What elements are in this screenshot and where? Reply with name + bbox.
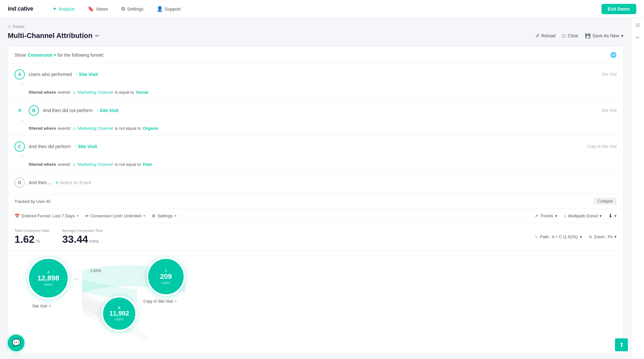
download-icon: ⬇ <box>608 213 612 219</box>
node-c: C 209 users <box>147 257 185 296</box>
step-a-row: A Users who performed ↑ Site Visit Site … <box>8 63 623 99</box>
step-c-circle: C <box>14 141 25 152</box>
avg-conversion-metric: Average Conversion Time 33.44 mins <box>62 228 103 245</box>
select-event-link[interactable]: + Select an Event <box>56 180 91 185</box>
total-conversion-metric: Total Conversion Rate 1.62 % <box>14 228 49 245</box>
header-actions: ↺ Reload ◻ Clear 💾 Save As New ▾ <box>535 33 623 38</box>
step-b-prop-icon: ◇ <box>73 126 76 131</box>
step-c-right-label: Copy of Site Visit <box>587 144 617 149</box>
entered-funnel-dropdown[interactable]: 📅 Entered Funnel: Last 7 Days ▾ <box>14 213 79 218</box>
step-b-event-link[interactable]: ↑ Site Visit <box>96 108 119 113</box>
settings-row: 📅 Entered Funnel: Last 7 Days ▾ ⇌ Conver… <box>8 209 623 223</box>
funnel-icon: ▽ <box>8 24 11 29</box>
content-area: ▽ Funnel Multi-Channel Attribution ✏ ↺ R… <box>0 18 631 359</box>
right-sidebar: ⊞ ✏ <box>631 18 644 359</box>
path-chevron-icon: ▾ <box>580 234 582 239</box>
node-b: B 11,992 users <box>101 296 137 331</box>
donut-icon: ○ <box>564 213 566 218</box>
metrics-row: Total Conversion Rate 1.62 % Average Con… <box>8 223 623 251</box>
node-c-value: 209 <box>160 272 172 281</box>
path-label: Path: <box>540 234 550 239</box>
node-a-arrow-icon: → <box>72 275 79 282</box>
node-c-sublabel: users <box>162 281 170 285</box>
funnel-settings-chevron: ▾ <box>175 214 177 218</box>
chart-area: A 12,898 users → 1.62% C 209 users B 11, <box>8 251 623 354</box>
step-b-circle: B <box>29 105 39 116</box>
trends-dropdown[interactable]: ↗ Trends ▾ <box>535 213 557 218</box>
page-title: Multi-Channel Attribution ✏ <box>8 32 99 40</box>
step-d-prefix: And then ... <box>29 180 52 185</box>
step-b-event-icon: ↑ <box>96 108 98 113</box>
save-as-new-button[interactable]: 💾 Save As New ▾ <box>585 33 623 38</box>
step-a-val: Social <box>136 90 148 95</box>
views-icon: 🔖 <box>88 6 94 12</box>
breadcrumb: ▽ Funnel <box>8 24 623 29</box>
zoom-label: Zoom: <box>594 234 606 239</box>
analyze-icon: ✦ <box>53 6 57 12</box>
clear-button[interactable]: ◻ Clear <box>562 33 578 38</box>
conversion-limit-chevron: ▾ <box>143 214 145 218</box>
page-header: Multi-Channel Attribution ✏ ↺ Reload ◻ C… <box>8 32 623 40</box>
multipath-chevron: ▾ <box>600 213 602 218</box>
sidebar-edit-icon[interactable]: ✏ <box>636 34 640 41</box>
step-a-prop-icon: ◇ <box>73 90 76 95</box>
support-icon: 👤 <box>157 6 163 12</box>
avg-conversion-unit: mins <box>89 239 99 244</box>
step-b-arrow: ↓ <box>14 116 617 124</box>
zoom-icon: ⊕ <box>589 234 592 239</box>
conversion-dropdown[interactable]: Conversion ▾ <box>28 52 56 58</box>
multipath-dropdown[interactable]: ○ Multipath Donut ▾ <box>564 213 602 218</box>
reload-button[interactable]: ↺ Reload <box>535 33 555 38</box>
funnel-settings-icon: ⚙ <box>152 213 156 218</box>
step-a-event-link[interactable]: ↑ Site Visit <box>76 72 98 77</box>
entered-funnel-chevron: ▾ <box>77 214 79 218</box>
step-b-prefix: And then did not perform <box>43 108 92 113</box>
step-c-row: C And then did perform ↑ Site Visit Copy… <box>8 136 623 172</box>
step-b-prop[interactable]: Marketing Channel <box>78 126 113 131</box>
nav-links: ✦ Analyze 🔖 Views ⚙ Settings 👤 Support <box>53 6 601 12</box>
exit-demo-button[interactable]: Exit Demo <box>601 4 636 14</box>
conversion-limit-dropdown[interactable]: ⇌ Conversion Limit: Unlimited ▾ <box>85 213 145 218</box>
step-c-prefix: And then did perform <box>29 144 71 149</box>
bottom-right-button[interactable]: ⬆ <box>615 338 628 351</box>
step-a-circle: A <box>14 69 25 80</box>
total-conversion-label: Total Conversion Rate <box>14 228 49 233</box>
conversion-pct-label: 1.62% <box>90 269 101 273</box>
step-c-event-link[interactable]: ↑ Site Visit <box>75 144 97 149</box>
chat-button[interactable]: 💬 <box>8 335 24 351</box>
save-chevron-icon: ▾ <box>621 33 623 38</box>
step-c-filter: filtered where events' ◇ Marketing Chann… <box>14 160 617 169</box>
zoom-selector[interactable]: ⊕ Zoom: Fit ▾ <box>589 234 617 239</box>
nav-analyze[interactable]: ✦ Analyze <box>53 6 75 12</box>
download-button[interactable]: ⬇ ▾ <box>608 213 617 219</box>
trends-chevron: ▾ <box>555 213 557 218</box>
total-conversion-value: 1.62 <box>14 233 34 245</box>
step-a-prefix: Users who performed <box>29 72 72 77</box>
sidebar-grid-icon[interactable]: ⊞ <box>636 22 640 28</box>
navbar: ind:cative ✦ Analyze 🔖 Views ⚙ Settings … <box>0 0 644 18</box>
node-a: A 12,898 users <box>27 257 69 299</box>
node-c-close-icon[interactable]: ✕ <box>174 299 177 304</box>
node-a-value: 12,898 <box>37 274 59 282</box>
node-a-close-icon[interactable]: ✕ <box>48 304 52 308</box>
step-b-right-label: Site Visit <box>602 108 617 113</box>
collapse-button[interactable]: Collapse <box>594 198 617 205</box>
step-a-event-icon: ↑ <box>76 72 78 77</box>
tracked-row: Tracked by User ID Collapse <box>8 194 623 209</box>
step-c-prop-icon: ◇ <box>73 162 76 167</box>
tracked-by-label: Tracked by User ID <box>14 199 51 204</box>
nav-settings[interactable]: ⚙ Settings <box>121 6 144 12</box>
funnel-settings-dropdown[interactable]: ⚙ Settings ▾ <box>152 213 177 218</box>
conversion-limit-icon: ⇌ <box>85 213 89 218</box>
avg-conversion-value: 33.44 <box>62 233 88 245</box>
step-a-arrow: ↓ <box>14 80 617 88</box>
step-a-prop[interactable]: Marketing Channel <box>78 90 113 95</box>
step-b-cross-icon: ✕ <box>14 107 25 114</box>
step-c-prop[interactable]: Marketing Channel <box>78 162 113 167</box>
edit-title-icon[interactable]: ✏ <box>95 33 99 39</box>
nav-views[interactable]: 🔖 Views <box>88 6 108 12</box>
metric-right: ⤷ Path: A > C (1.62%) ▾ ⊕ Zoom: Fit ▾ <box>534 234 617 239</box>
node-a-sublabel: users <box>44 282 53 286</box>
nav-support[interactable]: 👤 Support <box>157 6 181 12</box>
path-selector[interactable]: ⤷ Path: A > C (1.62%) ▾ <box>534 234 582 239</box>
